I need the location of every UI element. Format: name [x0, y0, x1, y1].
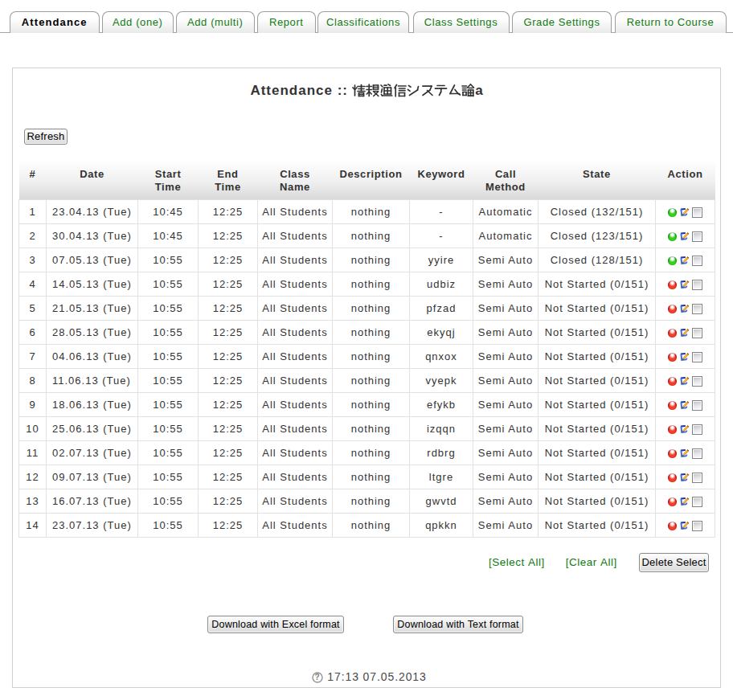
svg-text:?: ?: [315, 673, 321, 682]
